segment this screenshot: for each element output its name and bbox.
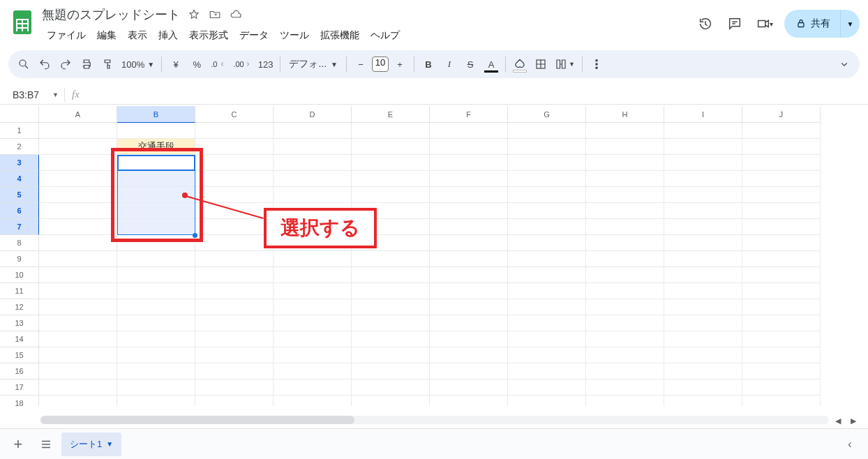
cell-G18[interactable]	[508, 396, 586, 406]
cell-E17[interactable]	[352, 379, 430, 396]
cell-D9[interactable]	[274, 251, 352, 267]
cell-I12[interactable]	[664, 299, 742, 315]
row-header-10[interactable]: 10	[0, 267, 39, 283]
cell-H9[interactable]	[586, 251, 664, 267]
cell-H17[interactable]	[586, 379, 664, 396]
cell-A17[interactable]	[39, 379, 117, 396]
cell-G11[interactable]	[508, 283, 586, 299]
cell-C15[interactable]	[195, 347, 274, 363]
move-folder-icon[interactable]	[208, 8, 222, 22]
menu-data[interactable]: データ	[234, 27, 274, 45]
scroll-right-icon[interactable]: ▶	[847, 414, 860, 427]
cell-A9[interactable]	[39, 251, 117, 267]
cell-A1[interactable]	[39, 123, 117, 139]
cell-E2[interactable]	[352, 139, 430, 155]
name-box[interactable]: B3:B7 ▼	[0, 89, 64, 100]
paint-format-icon[interactable]	[98, 54, 117, 74]
cell-D16[interactable]	[274, 363, 352, 379]
cell-E12[interactable]	[352, 299, 430, 315]
cell-B7[interactable]	[117, 219, 195, 235]
cell-I10[interactable]	[664, 267, 742, 283]
cell-I5[interactable]	[664, 187, 742, 203]
cell-I15[interactable]	[664, 347, 742, 363]
cell-I1[interactable]	[664, 123, 742, 139]
cell-A7[interactable]	[39, 219, 117, 235]
cell-F16[interactable]	[430, 363, 508, 379]
cell-B8[interactable]	[117, 235, 195, 251]
cell-G4[interactable]	[508, 171, 586, 187]
column-header-D[interactable]: D	[274, 106, 352, 123]
row-header-12[interactable]: 12	[0, 299, 39, 315]
cell-E14[interactable]	[352, 331, 430, 347]
cell-B11[interactable]	[117, 283, 195, 299]
search-menus-icon[interactable]	[14, 54, 33, 74]
cell-B13[interactable]	[117, 315, 195, 331]
cell-H13[interactable]	[586, 315, 664, 331]
cell-H10[interactable]	[586, 267, 664, 283]
cell-F9[interactable]	[430, 251, 508, 267]
cell-I17[interactable]	[664, 379, 742, 396]
column-header-J[interactable]: J	[742, 106, 821, 123]
scroll-left-icon[interactable]: ◀	[832, 414, 844, 427]
column-header-H[interactable]: H	[586, 106, 664, 123]
fill-color-button[interactable]	[510, 54, 530, 74]
cell-J16[interactable]	[742, 363, 821, 379]
meet-icon[interactable]: ▾	[755, 15, 773, 33]
cell-G16[interactable]	[508, 363, 586, 379]
row-header-18[interactable]: 18	[0, 396, 39, 406]
cell-F8[interactable]	[430, 235, 508, 251]
cell-B10[interactable]	[117, 267, 195, 283]
row-header-8[interactable]: 8	[0, 235, 39, 251]
cell-F1[interactable]	[430, 123, 508, 139]
row-header-1[interactable]: 1	[0, 123, 39, 139]
cell-D1[interactable]	[274, 123, 352, 139]
cell-H7[interactable]	[586, 219, 664, 235]
menu-edit[interactable]: 編集	[92, 27, 121, 45]
cell-F11[interactable]	[430, 283, 508, 299]
menu-insert[interactable]: 挿入	[154, 27, 183, 45]
cell-B3[interactable]	[117, 155, 195, 171]
cell-J4[interactable]	[742, 171, 821, 187]
strikethrough-button[interactable]: S	[461, 54, 480, 74]
cell-I9[interactable]	[664, 251, 742, 267]
cell-J14[interactable]	[742, 331, 821, 347]
cell-A6[interactable]	[39, 203, 117, 219]
cell-E18[interactable]	[352, 396, 430, 406]
sheet-tab-menu-icon[interactable]: ▼	[106, 440, 113, 448]
bold-button[interactable]: B	[419, 54, 438, 74]
cell-C3[interactable]	[195, 155, 274, 171]
sheet-tab-1[interactable]: シート1 ▼	[61, 432, 121, 456]
document-title[interactable]: 無題のスプレッドシート	[42, 6, 180, 23]
cloud-status-icon[interactable]	[229, 8, 243, 22]
cell-G5[interactable]	[508, 187, 586, 203]
cell-J13[interactable]	[742, 315, 821, 331]
cell-C7[interactable]	[195, 219, 274, 235]
cell-G17[interactable]	[508, 379, 586, 396]
cell-J3[interactable]	[742, 155, 821, 171]
cell-G14[interactable]	[508, 331, 586, 347]
cell-C8[interactable]	[195, 235, 274, 251]
spreadsheet-grid[interactable]: ABCDEFGHIJ 123456789101112131415161718 交…	[0, 106, 868, 406]
horizontal-scrollbar[interactable]: ◀ ▶	[8, 414, 860, 427]
more-toolbar-icon[interactable]	[587, 54, 606, 74]
cell-H4[interactable]	[586, 171, 664, 187]
history-icon[interactable]	[696, 15, 714, 33]
cell-B12[interactable]	[117, 299, 195, 315]
cell-G15[interactable]	[508, 347, 586, 363]
more-formats-button[interactable]: 123	[255, 54, 276, 74]
cell-G8[interactable]	[508, 235, 586, 251]
cell-E11[interactable]	[352, 283, 430, 299]
cell-C17[interactable]	[195, 379, 274, 396]
comments-icon[interactable]	[726, 15, 744, 33]
cell-H8[interactable]	[586, 235, 664, 251]
cell-F15[interactable]	[430, 347, 508, 363]
cell-A18[interactable]	[39, 396, 117, 406]
cell-A10[interactable]	[39, 267, 117, 283]
cell-B9[interactable]	[117, 251, 195, 267]
column-header-E[interactable]: E	[352, 106, 430, 123]
row-header-4[interactable]: 4	[0, 171, 39, 187]
cell-G12[interactable]	[508, 299, 586, 315]
cell-F2[interactable]	[430, 139, 508, 155]
cell-H6[interactable]	[586, 203, 664, 219]
row-header-3[interactable]: 3	[0, 155, 39, 171]
